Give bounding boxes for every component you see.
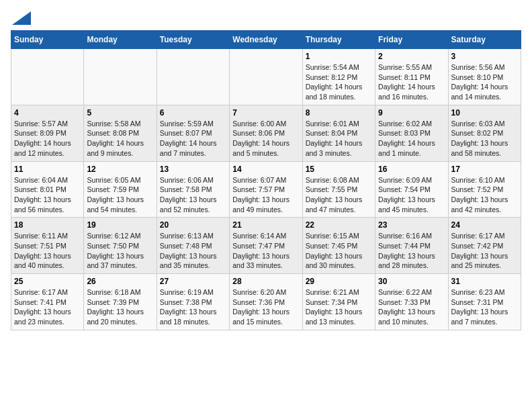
calendar-week-2: 4Sunrise: 5:57 AM Sunset: 8:09 PM Daylig… [11,105,521,161]
day-number: 16 [378,165,445,174]
day-number: 6 [160,108,226,118]
calendar-cell: 12Sunrise: 6:05 AM Sunset: 7:59 PM Dayli… [84,161,157,218]
day-number: 15 [306,165,372,174]
day-info: Sunrise: 6:08 AM Sunset: 7:55 PM Dayligh… [306,175,372,215]
day-number: 11 [14,165,81,174]
calendar-cell: 16Sunrise: 6:09 AM Sunset: 7:54 PM Dayli… [375,161,448,218]
calendar-cell: 24Sunrise: 6:17 AM Sunset: 7:42 PM Dayli… [448,218,521,274]
calendar-cell [230,49,302,105]
calendar-cell: 10Sunrise: 6:03 AM Sunset: 8:02 PM Dayli… [448,105,521,161]
day-info: Sunrise: 6:12 AM Sunset: 7:50 PM Dayligh… [87,231,153,271]
day-number: 19 [87,220,153,230]
day-info: Sunrise: 6:00 AM Sunset: 8:06 PM Dayligh… [232,119,299,158]
calendar-cell [11,49,84,105]
day-number: 29 [306,277,372,286]
logo [11,11,31,25]
day-info: Sunrise: 5:59 AM Sunset: 8:07 PM Dayligh… [160,119,226,158]
day-info: Sunrise: 6:03 AM Sunset: 8:02 PM Dayligh… [451,119,518,158]
calendar-cell: 13Sunrise: 6:06 AM Sunset: 7:58 PM Dayli… [157,161,229,218]
calendar-table: SundayMondayTuesdayWednesdayThursdayFrid… [11,30,521,330]
day-number: 27 [160,277,226,286]
day-info: Sunrise: 6:10 AM Sunset: 7:52 PM Dayligh… [451,175,518,215]
day-info: Sunrise: 5:54 AM Sunset: 8:12 PM Dayligh… [306,62,372,102]
calendar-cell: 18Sunrise: 6:11 AM Sunset: 7:51 PM Dayli… [11,218,84,274]
day-info: Sunrise: 5:57 AM Sunset: 8:09 PM Dayligh… [14,119,81,158]
day-info: Sunrise: 6:21 AM Sunset: 7:34 PM Dayligh… [306,287,372,327]
day-number: 3 [451,52,518,61]
day-number: 21 [232,220,299,230]
calendar-cell [84,49,157,105]
calendar-cell: 28Sunrise: 6:20 AM Sunset: 7:36 PM Dayli… [230,274,302,330]
day-info: Sunrise: 6:18 AM Sunset: 7:39 PM Dayligh… [87,287,153,327]
day-number: 1 [306,52,372,61]
calendar-cell: 14Sunrise: 6:07 AM Sunset: 7:57 PM Dayli… [230,161,302,218]
day-info: Sunrise: 6:17 AM Sunset: 7:42 PM Dayligh… [451,231,518,271]
day-info: Sunrise: 6:20 AM Sunset: 7:36 PM Dayligh… [232,287,299,327]
day-info: Sunrise: 6:23 AM Sunset: 7:31 PM Dayligh… [451,287,518,327]
header-friday: Friday [375,31,448,49]
header-wednesday: Wednesday [230,31,302,49]
calendar-cell: 26Sunrise: 6:18 AM Sunset: 7:39 PM Dayli… [84,274,157,330]
calendar-cell: 11Sunrise: 6:04 AM Sunset: 8:01 PM Dayli… [11,161,84,218]
day-number: 14 [232,165,299,174]
header-tuesday: Tuesday [157,31,229,49]
day-info: Sunrise: 6:22 AM Sunset: 7:33 PM Dayligh… [378,287,445,327]
day-number: 2 [378,52,445,61]
calendar-week-1: 1Sunrise: 5:54 AM Sunset: 8:12 PM Daylig… [11,49,521,105]
day-info: Sunrise: 6:06 AM Sunset: 7:58 PM Dayligh… [160,175,226,215]
day-number: 22 [306,220,372,230]
calendar-cell: 2Sunrise: 5:55 AM Sunset: 8:11 PM Daylig… [375,49,448,105]
calendar-cell: 6Sunrise: 5:59 AM Sunset: 8:07 PM Daylig… [157,105,229,161]
calendar-cell: 31Sunrise: 6:23 AM Sunset: 7:31 PM Dayli… [448,274,521,330]
day-info: Sunrise: 6:02 AM Sunset: 8:03 PM Dayligh… [378,119,445,158]
day-info: Sunrise: 6:05 AM Sunset: 7:59 PM Dayligh… [87,175,153,215]
calendar-cell: 9Sunrise: 6:02 AM Sunset: 8:03 PM Daylig… [375,105,448,161]
calendar-week-3: 11Sunrise: 6:04 AM Sunset: 8:01 PM Dayli… [11,161,521,218]
day-number: 17 [451,165,518,174]
day-number: 12 [87,165,153,174]
day-number: 8 [306,108,372,118]
header-thursday: Thursday [302,31,375,49]
day-info: Sunrise: 6:07 AM Sunset: 7:57 PM Dayligh… [232,175,299,215]
calendar-cell: 19Sunrise: 6:12 AM Sunset: 7:50 PM Dayli… [84,218,157,274]
svg-marker-0 [12,11,31,25]
calendar-cell: 4Sunrise: 5:57 AM Sunset: 8:09 PM Daylig… [11,105,84,161]
day-info: Sunrise: 6:01 AM Sunset: 8:04 PM Dayligh… [306,119,372,158]
day-info: Sunrise: 5:56 AM Sunset: 8:10 PM Dayligh… [451,62,518,102]
calendar-cell: 25Sunrise: 6:17 AM Sunset: 7:41 PM Dayli… [11,274,84,330]
day-number: 18 [14,220,81,230]
calendar-cell: 5Sunrise: 5:58 AM Sunset: 8:08 PM Daylig… [84,105,157,161]
day-number: 30 [378,277,445,286]
day-number: 23 [378,220,445,230]
calendar-week-5: 25Sunrise: 6:17 AM Sunset: 7:41 PM Dayli… [11,274,521,330]
day-info: Sunrise: 5:58 AM Sunset: 8:08 PM Dayligh… [87,119,153,158]
day-number: 5 [87,108,153,118]
calendar-cell: 21Sunrise: 6:14 AM Sunset: 7:47 PM Dayli… [230,218,302,274]
calendar-cell: 7Sunrise: 6:00 AM Sunset: 8:06 PM Daylig… [230,105,302,161]
header-monday: Monday [84,31,157,49]
day-info: Sunrise: 6:14 AM Sunset: 7:47 PM Dayligh… [232,231,299,271]
day-number: 13 [160,165,226,174]
day-number: 10 [451,108,518,118]
calendar-cell: 17Sunrise: 6:10 AM Sunset: 7:52 PM Dayli… [448,161,521,218]
day-number: 20 [160,220,226,230]
calendar-cell: 15Sunrise: 6:08 AM Sunset: 7:55 PM Dayli… [302,161,375,218]
calendar-cell: 1Sunrise: 5:54 AM Sunset: 8:12 PM Daylig… [302,49,375,105]
calendar-cell: 29Sunrise: 6:21 AM Sunset: 7:34 PM Dayli… [302,274,375,330]
calendar-cell: 27Sunrise: 6:19 AM Sunset: 7:38 PM Dayli… [157,274,229,330]
day-info: Sunrise: 6:16 AM Sunset: 7:44 PM Dayligh… [378,231,445,271]
day-info: Sunrise: 6:17 AM Sunset: 7:41 PM Dayligh… [14,287,81,327]
calendar-cell: 3Sunrise: 5:56 AM Sunset: 8:10 PM Daylig… [448,49,521,105]
header-saturday: Saturday [448,31,521,49]
day-info: Sunrise: 6:13 AM Sunset: 7:48 PM Dayligh… [160,231,226,271]
day-number: 4 [14,108,81,118]
calendar-header-row: SundayMondayTuesdayWednesdayThursdayFrid… [11,31,521,49]
day-info: Sunrise: 6:19 AM Sunset: 7:38 PM Dayligh… [160,287,226,327]
calendar-week-4: 18Sunrise: 6:11 AM Sunset: 7:51 PM Dayli… [11,218,521,274]
calendar-cell: 30Sunrise: 6:22 AM Sunset: 7:33 PM Dayli… [375,274,448,330]
calendar-cell: 8Sunrise: 6:01 AM Sunset: 8:04 PM Daylig… [302,105,375,161]
day-info: Sunrise: 6:15 AM Sunset: 7:45 PM Dayligh… [306,231,372,271]
day-info: Sunrise: 6:04 AM Sunset: 8:01 PM Dayligh… [14,175,81,215]
day-number: 24 [451,220,518,230]
header-sunday: Sunday [11,31,84,49]
